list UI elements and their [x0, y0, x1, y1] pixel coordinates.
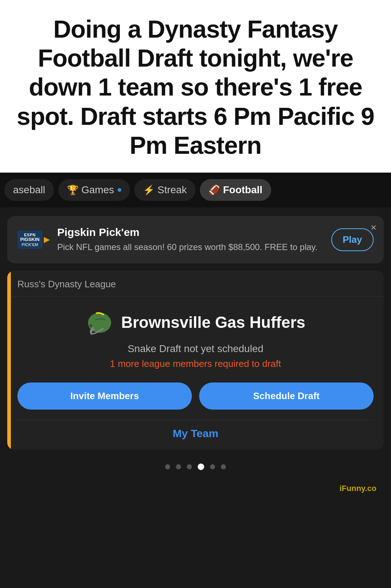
tab-streak[interactable]: ⚡ Streak: [134, 179, 196, 201]
my-team-link[interactable]: My Team: [173, 427, 218, 440]
schedule-draft-button[interactable]: Schedule Draft: [199, 382, 374, 410]
promo-title: Pigskin Pick'em: [57, 226, 324, 238]
dot-2[interactable]: [176, 464, 181, 469]
games-label: Games: [81, 184, 114, 196]
promo-play-button[interactable]: Play: [331, 228, 374, 251]
dot-3[interactable]: [187, 464, 192, 469]
baseball-label: aseball: [13, 184, 45, 196]
svg-point-1: [89, 324, 92, 327]
watermark-text: iFunny.co: [340, 484, 377, 493]
header-section: Doing a Dynasty Fantasy Football Draft t…: [0, 0, 391, 173]
promo-logo: ESPN PIGSKIN PICK'EM ▶: [17, 227, 50, 252]
football-icon: 🏈: [209, 185, 220, 196]
close-icon[interactable]: ×: [371, 223, 377, 233]
league-body: Brownsville Gas Huffers Snake Draft not …: [7, 297, 384, 450]
tab-baseball[interactable]: aseball: [4, 179, 54, 201]
logo-mid: PIGSKIN: [20, 237, 39, 242]
pigskin-logo-box: ESPN PIGSKIN PICK'EM: [17, 230, 42, 249]
helmet-icon: [86, 310, 115, 335]
invite-members-button[interactable]: Invite Members: [17, 382, 192, 410]
league-accent: [7, 271, 11, 450]
pagination: [7, 457, 384, 474]
promo-description: Pick NFL games all season! 60 prizes wor…: [57, 241, 324, 253]
header-title: Doing a Dynasty Fantasy Football Draft t…: [12, 14, 379, 160]
dot-5[interactable]: [210, 464, 215, 469]
games-icon: 🏆: [67, 185, 79, 196]
dot-4-active[interactable]: [198, 464, 204, 470]
streak-label: Streak: [157, 184, 187, 196]
games-dot: [118, 188, 121, 192]
watermark: iFunny.co: [7, 482, 384, 498]
league-header: Russ's Dynasty League: [7, 271, 384, 297]
football-label: Football: [223, 184, 262, 196]
streak-icon: ⚡: [143, 185, 155, 196]
promo-card: ESPN PIGSKIN PICK'EM ▶ Pigskin Pick'em P…: [7, 216, 384, 263]
tab-games[interactable]: 🏆 Games: [58, 179, 130, 201]
card-divider: [17, 420, 374, 420]
team-title-row: Brownsville Gas Huffers: [86, 310, 306, 335]
draft-warning: 1 more league members required to draft: [110, 358, 281, 369]
team-name: Brownsville Gas Huffers: [121, 313, 306, 331]
action-buttons: Invite Members Schedule Draft: [17, 382, 374, 410]
tab-bar: aseball 🏆 Games ⚡ Streak 🏈 Football: [0, 173, 391, 207]
pigskin-arrow: ▶: [44, 235, 50, 244]
logo-bot: PICK'EM: [20, 242, 39, 247]
league-card: Russ's Dynasty League Brownsville Ga: [7, 271, 384, 450]
dot-6[interactable]: [221, 464, 226, 469]
promo-text: Pigskin Pick'em Pick NFL games all seaso…: [57, 226, 324, 253]
draft-status: Snake Draft not yet scheduled: [127, 343, 263, 355]
tab-football[interactable]: 🏈 Football: [200, 179, 271, 201]
main-content: ESPN PIGSKIN PICK'EM ▶ Pigskin Pick'em P…: [0, 207, 391, 588]
league-name: Russ's Dynasty League: [17, 279, 374, 290]
dot-1[interactable]: [165, 464, 170, 469]
